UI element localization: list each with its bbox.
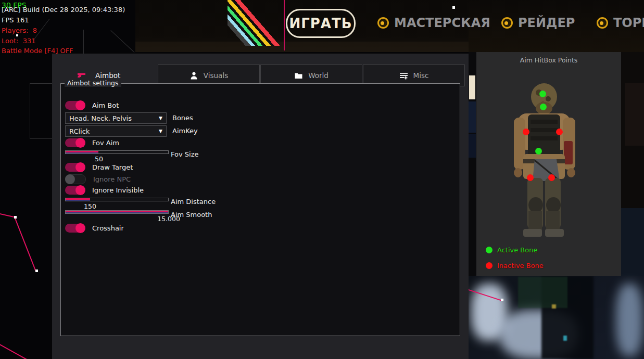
menu-item-label: ТОРГО — [613, 16, 644, 30]
bones-dropdown[interactable]: Head, Neck, Pelvis ▼ — [65, 112, 167, 124]
scene-exit-sign — [518, 277, 567, 308]
esp-vertical-tracer — [284, 0, 285, 50]
slider-fill — [66, 198, 90, 201]
chevron-down-icon: ▼ — [159, 129, 162, 134]
pistol-icon — [77, 71, 86, 80]
bone-dot-right-hand[interactable] — [548, 174, 555, 181]
section-title: Aimbot settings — [65, 79, 121, 87]
legend-active-bone: Active Bone — [486, 246, 537, 254]
ignore-npc-row: Ignore NPC — [65, 174, 131, 184]
cheat-menu-panel: Aimbot Visuals World Misc — [52, 54, 469, 359]
menu-item-label: РЕЙДЕР — [518, 16, 575, 30]
scene-shape — [469, 134, 476, 158]
fov-size-slider[interactable] — [65, 150, 169, 154]
players-count: Players: 8 — [2, 27, 37, 34]
crosshair-row: Crosshair — [65, 224, 124, 233]
hitbox-panel: Aim HitBox Points — [476, 52, 621, 276]
aim-bot-row: Aim Bot — [65, 101, 119, 110]
ignore-npc-label: Ignore NPC — [93, 175, 131, 183]
esp-point — [14, 216, 17, 219]
bones-label: Bones — [172, 114, 193, 122]
tab-label: Misc — [413, 71, 429, 80]
fps-label: FPS 161 — [2, 16, 29, 24]
menu-item-workshop[interactable]: МАСТЕРСКАЯ — [377, 15, 490, 31]
aimkey-dropdown[interactable]: RClick ▼ — [65, 125, 167, 137]
fov-size-value: 50 — [91, 155, 107, 163]
toggle-knob — [75, 162, 85, 172]
bone-dot-left-hand[interactable] — [527, 174, 534, 181]
bone-dot-pelvis[interactable] — [535, 148, 542, 155]
esp-point — [35, 270, 38, 272]
toggle-knob — [75, 100, 85, 110]
esp-tracer-line — [0, 342, 31, 359]
folder-icon — [294, 71, 303, 80]
draw-target-toggle[interactable] — [65, 163, 85, 172]
crosshair-toggle[interactable] — [65, 224, 85, 233]
aimkey-dropdown-value: RClick — [69, 127, 90, 135]
fov-aim-row: Fov Aim — [65, 138, 119, 147]
screen: 30 FPS [ARC] Build (Dec 28 2025, 09:43:3… — [0, 0, 644, 359]
slider-fill — [66, 211, 168, 213]
fov-size-label: Fov Size — [171, 150, 198, 158]
tab-label: Visuals — [204, 71, 228, 80]
aim-smooth-label: Aim Smooth — [171, 211, 212, 219]
coin-icon — [597, 17, 608, 29]
draw-target-label: Draw Target — [92, 163, 133, 171]
scene-shape — [552, 304, 556, 309]
scene-shape — [621, 208, 644, 276]
aimbot-settings-section: Aimbot settings Aim Bot Head, Neck, Pelv… — [60, 83, 460, 336]
menu-item-raider[interactable]: РЕЙДЕР — [501, 15, 575, 31]
ignore-invisible-toggle[interactable] — [65, 186, 85, 195]
aim-smooth-slider[interactable] — [65, 210, 169, 214]
tab-label: World — [308, 71, 329, 80]
bone-dot-left-shoulder[interactable] — [523, 129, 529, 135]
aim-distance-slider[interactable] — [65, 198, 169, 201]
build-info: [ARC] Build (Dec 28 2025, 09:43:38) — [2, 6, 125, 14]
hitbox-panel-title: Aim HitBox Points — [476, 56, 621, 64]
toggle-knob — [75, 223, 85, 233]
esp-point — [16, 34, 18, 36]
menu-item-trade[interactable]: ТОРГО — [597, 15, 644, 31]
toggle-knob — [75, 138, 85, 148]
scene-light-blob — [616, 284, 643, 356]
toggle-knob — [65, 174, 75, 184]
bone-dot-head[interactable] — [539, 91, 546, 97]
scene-shape — [563, 336, 567, 341]
fov-aim-label: Fov Aim — [92, 139, 119, 147]
legend-label: Inactive Bone — [497, 262, 544, 270]
legend-label: Active Bone — [497, 246, 537, 254]
wireframe-diagonal — [110, 30, 134, 53]
esp-point — [452, 6, 455, 9]
legend-inactive-bone: Inactive Bone — [486, 262, 544, 270]
esp-tracer-line — [14, 217, 36, 271]
inactive-bone-dot-icon — [486, 262, 493, 269]
playlist-add-icon — [399, 71, 408, 80]
scene-shape — [469, 75, 475, 99]
coin-icon — [377, 17, 389, 29]
crosshair-label: Crosshair — [92, 224, 124, 232]
bone-dot-right-shoulder[interactable] — [556, 129, 563, 135]
play-button[interactable]: ИГРАТЬ — [286, 9, 356, 38]
bones-dropdown-value: Head, Neck, Pelvis — [69, 114, 132, 122]
fov-aim-toggle[interactable] — [65, 138, 85, 147]
aim-bot-toggle[interactable] — [65, 101, 85, 110]
toggle-knob — [75, 185, 85, 195]
scene-shape — [625, 83, 644, 146]
active-bone-dot-icon — [486, 247, 493, 253]
aimkey-label: AimKey — [172, 127, 198, 135]
loot-count: Loot: 331 — [2, 37, 35, 45]
scene-shape — [469, 101, 476, 133]
rainbow-stripe-decor — [228, 0, 284, 46]
tab-label: Aimbot — [95, 71, 120, 80]
coin-icon — [501, 17, 513, 29]
menu-item-label: МАСТЕРСКАЯ — [394, 16, 490, 30]
ignore-npc-toggle[interactable] — [65, 174, 86, 184]
slider-fill — [66, 151, 98, 153]
ignore-invisible-label: Ignore Invisible — [92, 186, 144, 194]
esp-point — [501, 299, 503, 301]
aim-distance-value: 150 — [80, 202, 100, 210]
play-button-label: ИГРАТЬ — [289, 16, 352, 31]
aim-bot-label: Aim Bot — [92, 101, 119, 109]
bone-dot-neck[interactable] — [540, 104, 547, 110]
draw-target-row: Draw Target — [65, 163, 133, 172]
